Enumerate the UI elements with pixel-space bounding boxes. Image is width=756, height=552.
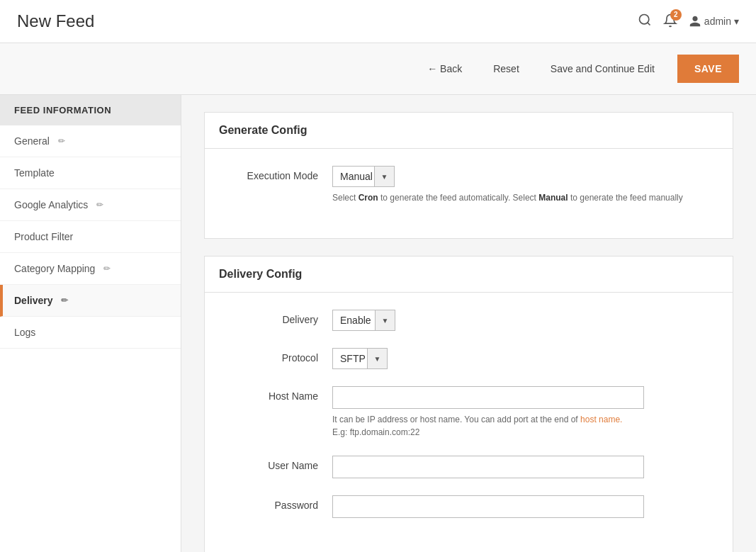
execution-mode-select[interactable]: Manual Cron bbox=[333, 167, 394, 186]
protocol-select[interactable]: SFTP FTP bbox=[333, 349, 387, 368]
host-name-link[interactable]: host name. bbox=[580, 415, 622, 424]
edit-icon-delivery: ✏ bbox=[61, 295, 68, 305]
execution-mode-row: Execution Mode Manual Cron ▼ Select Cron… bbox=[219, 166, 718, 204]
header-right: 2 admin ▾ bbox=[638, 13, 739, 30]
sidebar-label-delivery: Delivery bbox=[14, 295, 52, 306]
generate-config-body: Execution Mode Manual Cron ▼ Select Cron… bbox=[205, 149, 733, 238]
svg-point-0 bbox=[639, 14, 648, 23]
page-header: New Feed 2 admin ▾ bbox=[0, 0, 756, 43]
protocol-select-wrapper: SFTP FTP ▼ bbox=[332, 348, 388, 369]
sidebar-item-product-filter[interactable]: Product Filter bbox=[0, 221, 181, 253]
sidebar-label-template: Template bbox=[14, 167, 55, 179]
user-name-row: User Name bbox=[219, 456, 718, 478]
admin-chevron-icon: ▾ bbox=[734, 16, 739, 27]
toolbar: ← Back Reset Save and Continue Edit Save bbox=[0, 43, 756, 95]
main-layout: FEED INFORMATION General ✏ Template Goog… bbox=[0, 95, 756, 552]
sidebar-item-template[interactable]: Template bbox=[0, 157, 181, 189]
edit-icon-category-mapping: ✏ bbox=[103, 264, 111, 274]
edit-icon-google-analytics: ✏ bbox=[96, 200, 103, 210]
back-button[interactable]: ← Back bbox=[419, 57, 470, 80]
host-name-row: Host Name It can be IP address or host n… bbox=[219, 386, 718, 439]
reset-button[interactable]: Reset bbox=[485, 57, 528, 80]
sidebar-label-general: General bbox=[14, 135, 50, 147]
execution-mode-label: Execution Mode bbox=[219, 166, 318, 181]
search-icon[interactable] bbox=[638, 13, 652, 30]
host-name-control: It can be IP address or host name. You c… bbox=[332, 386, 718, 439]
password-input[interactable] bbox=[332, 495, 644, 518]
host-name-label: Host Name bbox=[219, 386, 318, 402]
svg-line-1 bbox=[648, 22, 650, 25]
password-control bbox=[332, 495, 718, 518]
user-name-control bbox=[332, 456, 718, 478]
sidebar-item-google-analytics[interactable]: Google Analytics ✏ bbox=[0, 189, 181, 221]
sidebar-label-google-analytics: Google Analytics bbox=[14, 199, 88, 210]
delivery-select-wrapper: Enable Disable ▼ bbox=[332, 310, 395, 331]
generate-config-title: Generate Config bbox=[205, 113, 733, 149]
admin-label: admin bbox=[704, 16, 731, 27]
delivery-config-body: Delivery Enable Disable ▼ Protocol bbox=[205, 293, 733, 552]
execution-mode-control: Manual Cron ▼ Select Cron to generate th… bbox=[332, 166, 718, 204]
notification-bell[interactable]: 2 bbox=[663, 13, 677, 30]
delivery-select[interactable]: Enable Disable bbox=[333, 310, 395, 330]
execution-mode-select-wrapper: Manual Cron ▼ bbox=[332, 166, 395, 187]
delivery-row: Delivery Enable Disable ▼ bbox=[219, 310, 718, 331]
sidebar-label-product-filter: Product Filter bbox=[14, 231, 73, 242]
user-name-input[interactable] bbox=[332, 456, 644, 478]
notification-count: 2 bbox=[670, 9, 682, 21]
sidebar-item-category-mapping[interactable]: Category Mapping ✏ bbox=[0, 253, 181, 285]
sidebar: FEED INFORMATION General ✏ Template Goog… bbox=[0, 95, 181, 552]
sidebar-item-delivery[interactable]: Delivery ✏ bbox=[0, 285, 181, 317]
password-label: Password bbox=[219, 495, 318, 511]
content-area: Generate Config Execution Mode Manual Cr… bbox=[181, 95, 756, 552]
protocol-row: Protocol SFTP FTP ▼ bbox=[219, 348, 718, 369]
save-button[interactable]: Save bbox=[677, 55, 739, 83]
host-name-hint: It can be IP address or host name. You c… bbox=[332, 413, 718, 439]
delivery-control: Enable Disable ▼ bbox=[332, 310, 718, 331]
sidebar-item-general[interactable]: General ✏ bbox=[0, 125, 181, 157]
delivery-label: Delivery bbox=[219, 310, 318, 325]
edit-icon-general: ✏ bbox=[58, 136, 65, 146]
generate-config-section: Generate Config Execution Mode Manual Cr… bbox=[204, 112, 733, 239]
sidebar-section-title: FEED INFORMATION bbox=[0, 95, 181, 125]
protocol-label: Protocol bbox=[219, 348, 318, 364]
delivery-config-title: Delivery Config bbox=[205, 257, 733, 293]
delivery-config-section: Delivery Config Delivery Enable Disable … bbox=[204, 256, 733, 552]
password-row: Password bbox=[219, 495, 718, 518]
execution-mode-hint: Select Cron to generate the feed automat… bbox=[332, 191, 718, 204]
sidebar-label-logs: Logs bbox=[14, 327, 35, 338]
host-name-input[interactable] bbox=[332, 386, 644, 409]
admin-menu[interactable]: admin ▾ bbox=[689, 15, 739, 28]
save-continue-button[interactable]: Save and Continue Edit bbox=[542, 57, 663, 80]
protocol-control: SFTP FTP ▼ bbox=[332, 348, 718, 369]
user-name-label: User Name bbox=[219, 456, 318, 471]
sidebar-item-logs[interactable]: Logs bbox=[0, 317, 181, 349]
page-title: New Feed bbox=[17, 11, 94, 31]
sidebar-label-category-mapping: Category Mapping bbox=[14, 263, 95, 274]
